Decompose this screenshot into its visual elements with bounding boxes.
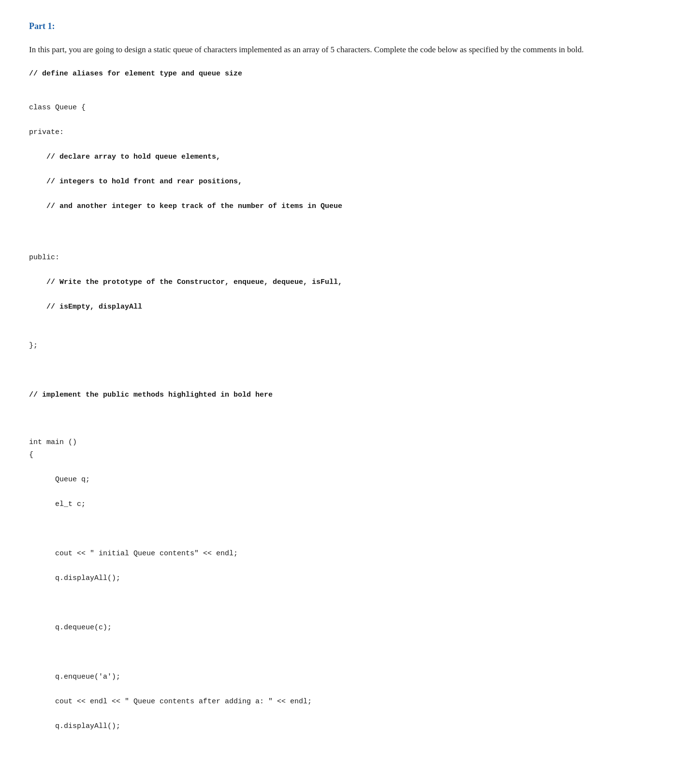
comment-3a: // Write the prototype of the Constructo…	[29, 278, 342, 286]
code-area: class Queue { private: // declare array …	[29, 89, 671, 213]
intro-paragraph: In this part, you are going to design a …	[29, 43, 671, 57]
private-label: private:	[29, 128, 64, 136]
class-end: };	[29, 340, 671, 352]
elt-decl: el_t c;	[29, 500, 86, 508]
public-label: public:	[29, 253, 59, 262]
display-2: q.displayAll();	[29, 722, 120, 730]
part-title: Part 1:	[29, 19, 671, 33]
enqueue-a: q.enqueue('a');	[29, 673, 120, 681]
comment-3b: // isEmpty, displayAll	[29, 303, 142, 311]
queue-decl: Queue q;	[29, 475, 90, 484]
comment-1: // define aliases for element type and q…	[29, 68, 671, 80]
code-area-public: public: // Write the prototype of the Co…	[29, 239, 671, 313]
cout-1: cout << " initial Queue contents" << end…	[29, 549, 238, 558]
dequeue-1: q.dequeue(c);	[29, 624, 112, 632]
cout-2: cout << endl << " Queue contents after a…	[29, 698, 312, 706]
comment-4: // implement the public methods highligh…	[29, 389, 671, 401]
main-start: int main () {	[29, 438, 77, 459]
comment-2b: // integers to hold front and rear posit…	[29, 178, 242, 186]
class-start-line: class Queue {	[29, 104, 86, 112]
display-1: q.displayAll();	[29, 574, 120, 582]
comment-2c: // and another integer to keep track of …	[29, 202, 342, 210]
main-code: int main () { Queue q; el_t c; cout << "…	[29, 424, 671, 772]
comment-2a: // declare array to hold queue elements,	[29, 153, 220, 161]
